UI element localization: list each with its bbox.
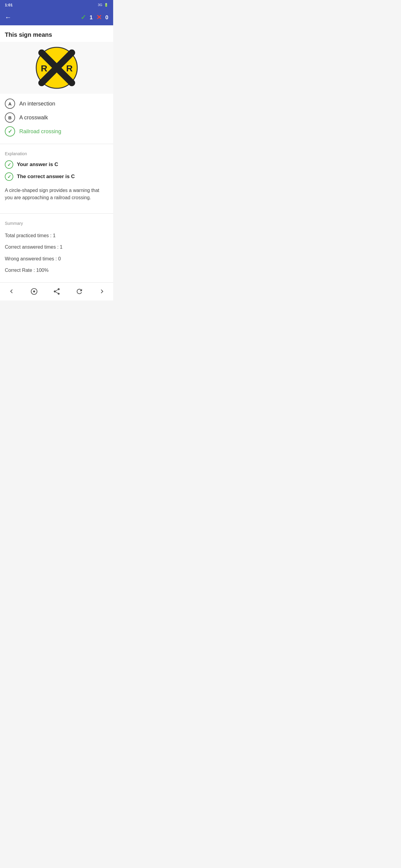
option-a-circle: A: [5, 98, 15, 109]
network-indicator: 3G: [98, 3, 102, 7]
correct-count: 1: [90, 14, 93, 21]
option-a-label: An intersection: [19, 101, 55, 107]
correct-answer-check-icon: ✓: [7, 174, 11, 180]
your-answer-check-icon: ✓: [7, 162, 11, 167]
bottom-nav: [0, 282, 113, 301]
time-display: 1:01: [5, 3, 13, 7]
your-answer-text: Your answer is C: [17, 161, 58, 167]
option-b-label: A crosswalk: [19, 115, 48, 121]
options-list: A An intersection B A crosswalk ✓ Railro…: [0, 96, 113, 139]
summary-item-0: Total practiced times : 1: [5, 230, 108, 241]
prev-icon: [7, 287, 16, 296]
home-icon: [30, 287, 38, 296]
main-content: This sign means R R A An intersection B …: [0, 25, 113, 282]
battery-indicator: 🔋: [104, 3, 108, 7]
explanation-body: A circle-shaped sign provides a warning …: [5, 184, 108, 206]
summary-section: Summary Total practiced times : 1 Correc…: [0, 218, 113, 282]
summary-item-3: Correct Rate : 100%: [5, 265, 108, 276]
status-bar: 1:01 3G 🔋: [0, 0, 113, 10]
option-c-label: Railroad crossing: [19, 128, 61, 135]
refresh-button[interactable]: [73, 285, 85, 298]
svg-point-6: [33, 290, 35, 293]
back-button[interactable]: ←: [5, 13, 11, 22]
correct-answer-text: The correct answer is C: [17, 174, 75, 180]
next-button[interactable]: [96, 285, 108, 298]
summary-item-1: Correct answered times : 1: [5, 241, 108, 253]
correct-answer-row: ✓ The correct answer is C: [5, 173, 108, 181]
question-title: This sign means: [0, 25, 113, 42]
correct-answer-check-circle: ✓: [5, 173, 13, 181]
wrong-count: 0: [105, 14, 108, 21]
correct-icon: ✓: [81, 13, 86, 22]
summary-label: Summary: [5, 221, 108, 226]
option-a[interactable]: A An intersection: [5, 98, 108, 109]
option-b-circle: B: [5, 113, 15, 123]
option-b[interactable]: B A crosswalk: [5, 113, 108, 123]
top-bar: ← ✓ 1 ✕ 0: [0, 10, 113, 25]
wrong-icon: ✕: [96, 13, 102, 22]
home-button[interactable]: [28, 285, 40, 298]
your-answer-row: ✓ Your answer is C: [5, 160, 108, 169]
option-c-circle: ✓: [5, 126, 15, 136]
refresh-icon: [76, 287, 83, 296]
prev-button[interactable]: [5, 285, 18, 298]
explanation-section: Explanation ✓ Your answer is C ✓ The cor…: [0, 149, 113, 209]
summary-item-2: Wrong answered times : 0: [5, 253, 108, 265]
svg-text:R: R: [66, 63, 73, 73]
sign-image-container: R R: [0, 42, 113, 94]
your-answer-check-circle: ✓: [5, 160, 13, 169]
railroad-crossing-sign: R R: [36, 47, 78, 89]
next-icon: [98, 287, 106, 296]
divider-2: [0, 213, 113, 214]
share-icon: [53, 287, 61, 296]
share-button[interactable]: [51, 285, 63, 298]
svg-text:R: R: [41, 63, 47, 73]
option-c[interactable]: ✓ Railroad crossing: [5, 126, 108, 136]
score-display: ✓ 1 ✕ 0: [81, 13, 108, 22]
explanation-label: Explanation: [5, 151, 108, 156]
divider-1: [0, 144, 113, 144]
